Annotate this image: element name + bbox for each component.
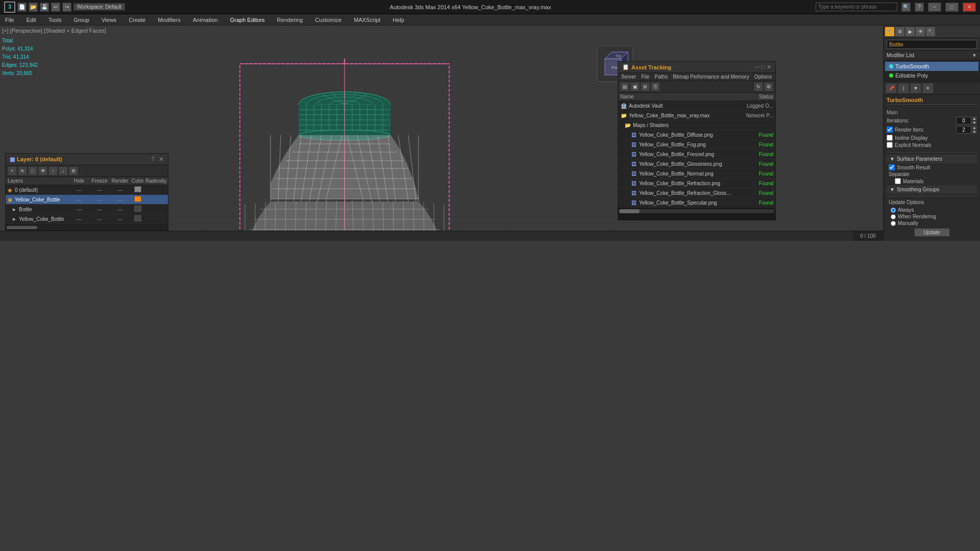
menu-rendering[interactable]: Rendering <box>274 16 306 24</box>
layer-item-bottle[interactable]: ► Bottle — — — <box>6 205 168 214</box>
layers-scroll-thumb[interactable] <box>7 226 37 229</box>
asset-item-refraction[interactable]: 🖼 Yellow_Coke_Bottle_Refraction.png Foun… <box>618 179 775 188</box>
menu-graph-editors[interactable]: Graph Editors <box>227 16 268 24</box>
layers-help-button[interactable]: ? <box>151 156 155 163</box>
ts-when-rendering-radio[interactable] <box>891 214 896 219</box>
rp-modify-icon[interactable]: 🔧 <box>885 27 895 37</box>
menu-tools[interactable]: Tools <box>45 16 65 24</box>
asset-menu-file[interactable]: File <box>641 74 649 80</box>
maximize-button[interactable]: □ <box>945 3 959 12</box>
mod-delete-button[interactable]: ✕ <box>922 83 934 93</box>
open-button[interactable]: 📂 <box>29 3 38 12</box>
layer-view-button[interactable]: 👁 <box>38 166 47 176</box>
menu-create[interactable]: Create <box>126 16 149 24</box>
asset-tb-2[interactable]: ▣ <box>630 82 640 91</box>
asset-menu-paths[interactable]: Paths <box>655 74 668 80</box>
layer-up-button[interactable]: ↑ <box>48 166 58 176</box>
search-icon[interactable]: 🔍 <box>901 3 911 12</box>
asset-item-refraction-glossiness[interactable]: 🖼 Yellow_Coke_Bottle_Refraction_Glossine… <box>618 188 775 198</box>
asset-close-button[interactable]: ✕ <box>767 64 771 70</box>
menu-help[interactable]: Help <box>389 16 407 24</box>
layer-select-button[interactable]: □ <box>28 166 37 176</box>
asset-tb-4[interactable]: ☰ <box>651 82 660 91</box>
asset-item-maxfile[interactable]: 📁 Yellow_Coke_Bottle_max_vray.max Networ… <box>618 111 775 120</box>
layer-item-ycb2[interactable]: ► Yellow_Coke_Bottle — — — <box>6 214 168 224</box>
layers-close-button[interactable]: ✕ <box>159 156 164 163</box>
layers-scrollbar[interactable] <box>6 224 168 230</box>
asset-menu-server[interactable]: Server <box>621 74 636 80</box>
menu-group[interactable]: Group <box>70 16 92 24</box>
modifier-list-dropdown[interactable]: ▼ <box>972 53 977 58</box>
ts-render-iters-down[interactable]: ▼ <box>972 130 977 134</box>
asset-item-fog[interactable]: 🖼 Yellow_Coke_Bottle_Fog.png Found <box>618 140 775 149</box>
asset-tb-3[interactable]: ⊞ <box>641 82 650 91</box>
layer-down-button[interactable]: ↓ <box>59 166 68 176</box>
rp-hierarchy-icon[interactable]: ⚙ <box>895 27 905 37</box>
ts-smooth-result-checkbox[interactable] <box>889 164 895 170</box>
ts-iterations-up[interactable]: ▲ <box>972 116 977 120</box>
layer-ycb2-hide: — <box>69 216 89 222</box>
search-input[interactable] <box>816 3 897 11</box>
menu-views[interactable]: Views <box>99 16 119 24</box>
asset-horizontal-scrollbar[interactable] <box>618 208 775 214</box>
layer-add-button[interactable]: + <box>8 166 17 176</box>
modifier-editable-poly[interactable]: Editable Poly <box>885 71 978 80</box>
ts-render-iters-up[interactable]: ▲ <box>972 126 977 130</box>
asset-menu-options[interactable]: Options <box>754 74 772 80</box>
menu-edit[interactable]: Edit <box>23 16 39 24</box>
ts-update-button[interactable]: Update <box>914 228 950 237</box>
asset-minimize-button[interactable]: ─ <box>755 64 760 70</box>
mod-show-end-button[interactable]: | <box>898 83 909 93</box>
layer-delete-button[interactable]: ✕ <box>18 166 27 176</box>
ts-render-iters-input[interactable] <box>956 126 971 134</box>
asset-tb-1[interactable]: ▤ <box>620 82 629 91</box>
rp-motion-icon[interactable]: ▶ <box>905 27 915 37</box>
object-name-input[interactable] <box>887 40 977 49</box>
menu-maxscript[interactable]: MAXScript <box>351 16 383 24</box>
ts-render-iters-checkbox[interactable] <box>887 127 893 133</box>
ts-materials-checkbox[interactable] <box>895 178 901 184</box>
menu-animation[interactable]: Animation <box>190 16 221 24</box>
ts-isoline-checkbox[interactable] <box>887 135 893 141</box>
viewport-plus[interactable]: [+] [Perspective] [Shaded + Edged Faces] <box>2 28 106 34</box>
menu-customize[interactable]: Customize <box>312 16 345 24</box>
asset-item-glossiness[interactable]: 🖼 Yellow_Coke_Bottle_Glossiness.png Foun… <box>618 159 775 169</box>
asset-tb-settings[interactable]: ⚙ <box>764 82 773 91</box>
timeline-bar[interactable] <box>0 231 852 241</box>
rp-display-icon[interactable]: 👁 <box>915 27 925 37</box>
workspace-dropdown[interactable]: Workspace: Default <box>74 3 125 11</box>
redo-button[interactable]: ↪ <box>62 3 71 12</box>
mod-show-start-button[interactable]: ▼ <box>910 83 921 93</box>
help-button[interactable]: ? <box>915 3 924 12</box>
asset-item-vault[interactable]: 🏦 Autodesk Vault Logged O... <box>618 101 775 111</box>
ts-iterations-down[interactable]: ▼ <box>972 120 977 124</box>
rp-utilities-icon[interactable]: 🔨 <box>925 27 936 37</box>
ts-smoothing-groups-header[interactable]: ▼ Smoothing Groups <box>887 185 977 194</box>
asset-tb-refresh[interactable]: ↻ <box>754 82 763 91</box>
asset-item-specular[interactable]: 🖼 Yellow_Coke_Bottle_Specular.png Found <box>618 198 775 208</box>
asset-item-normal[interactable]: 🖼 Yellow_Coke_Bottle_Normal.png Found <box>618 169 775 179</box>
save-button[interactable]: 💾 <box>40 3 49 12</box>
menu-modifiers[interactable]: Modifiers <box>155 16 184 24</box>
ts-always-radio[interactable] <box>891 208 896 213</box>
close-button[interactable]: ✕ <box>963 3 976 12</box>
layer-settings-button[interactable]: ⚙ <box>69 166 78 176</box>
layer-item-0[interactable]: ◉ 0 (default) — — — <box>6 185 168 195</box>
asset-item-fresnel[interactable]: 🖼 Yellow_Coke_Bottle_Fresnel.png Found <box>618 149 775 159</box>
ts-explicit-normals-checkbox[interactable] <box>887 142 893 148</box>
new-button[interactable]: 📄 <box>17 3 27 12</box>
layer-item-ycb[interactable]: ▣ Yellow_Coke_Bottle — — — <box>6 195 168 205</box>
asset-item-diffuse[interactable]: 🖼 Yellow_Coke_Bottle_Diffuse.png Found <box>618 130 775 140</box>
asset-restore-button[interactable]: □ <box>761 64 765 70</box>
asset-item-maps[interactable]: 📂 Maps / Shaders <box>618 120 775 130</box>
undo-button[interactable]: ↩ <box>51 3 60 12</box>
ts-surface-params-header[interactable]: ▼ Surface Parameters <box>887 155 977 163</box>
asset-menu-bitmap[interactable]: Bitmap Performance and Memory <box>673 74 749 80</box>
asset-scroll-thumb[interactable] <box>619 209 640 213</box>
minimize-button[interactable]: ─ <box>928 3 941 12</box>
modifier-turbosmooth[interactable]: TurboSmooth <box>885 62 978 71</box>
ts-manually-radio[interactable] <box>891 221 896 226</box>
ts-iterations-input[interactable] <box>956 117 971 124</box>
mod-pin-button[interactable]: 📌 <box>886 83 897 93</box>
menu-file[interactable]: File <box>2 16 17 24</box>
